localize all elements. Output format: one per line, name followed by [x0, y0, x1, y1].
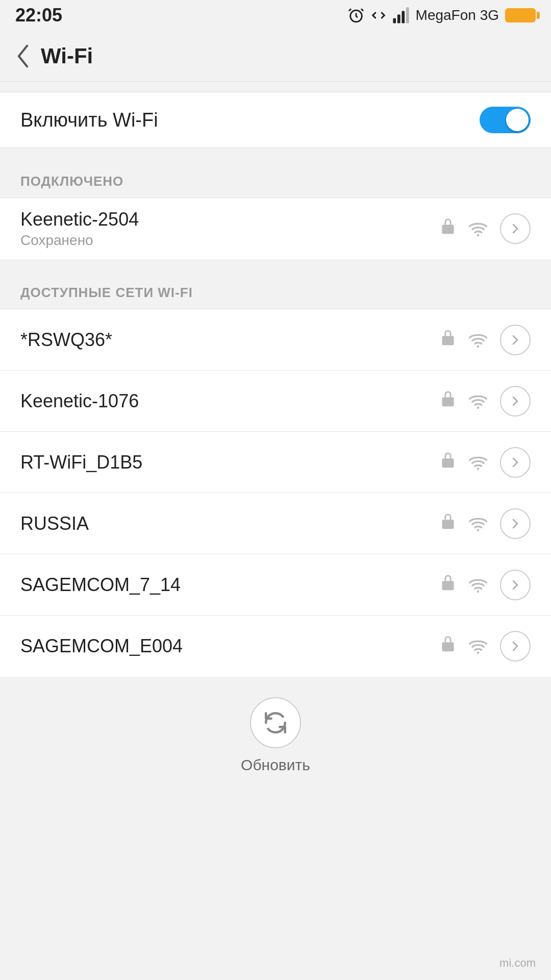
network-name: *RSWQ36* [20, 329, 112, 351]
lock-icon [440, 635, 456, 657]
signal-icon [392, 7, 410, 24]
svg-point-10 [477, 406, 480, 409]
network-name: Keenetic-1076 [20, 390, 139, 412]
network-item-sagemcom-7-14[interactable]: SAGEMCOM_7_14 [0, 554, 551, 616]
svg-rect-15 [442, 581, 454, 590]
network-actions [440, 570, 531, 600]
detail-button[interactable] [500, 325, 531, 355]
network-info: Keenetic-2504 Сохранено [20, 209, 139, 249]
watermark-text: mi.com [499, 957, 536, 970]
svg-rect-1 [393, 18, 396, 23]
detail-button[interactable] [500, 570, 531, 600]
detail-button[interactable] [500, 631, 531, 662]
network-name: SAGEMCOM_7_14 [20, 574, 181, 596]
lock-icon [440, 329, 456, 351]
svg-rect-9 [442, 397, 454, 406]
svg-rect-4 [406, 7, 409, 23]
svg-rect-11 [442, 458, 454, 468]
svg-rect-7 [442, 336, 454, 345]
wifi-signal-icon [468, 639, 488, 654]
wifi-signal-icon [468, 221, 488, 236]
connected-section-header: ПОДКЛЮЧЕНО [0, 158, 551, 198]
alarm-icon [347, 7, 365, 24]
page-title: Wi-Fi [41, 44, 93, 68]
network-item-rt-wifi-d1b5[interactable]: RT-WiFi_D1B5 [0, 432, 551, 493]
network-status: Сохранено [20, 232, 139, 249]
connected-networks-list: Keenetic-2504 Сохранено [0, 198, 551, 259]
network-info: RT-WiFi_D1B5 [20, 452, 142, 473]
network-actions [440, 325, 531, 355]
network-actions [440, 213, 531, 244]
network-actions [440, 386, 531, 416]
status-icons: MegaFon 3G [347, 7, 536, 24]
lock-icon [440, 451, 456, 474]
wifi-signal-icon [468, 394, 488, 409]
lock-icon [440, 512, 456, 535]
refresh-label: Обновить [241, 756, 310, 774]
detail-button[interactable] [500, 213, 531, 244]
network-info: RUSSIA [20, 513, 89, 534]
nav-bar: Wi-Fi [0, 31, 551, 82]
network-name: RT-WiFi_D1B5 [20, 452, 142, 473]
svg-point-14 [477, 529, 480, 531]
refresh-section: Обновить [0, 677, 551, 789]
svg-rect-13 [442, 520, 454, 529]
detail-button[interactable] [500, 508, 531, 539]
toggle-knob [506, 109, 529, 131]
wifi-toggle-row[interactable]: Включить Wi-Fi [0, 92, 551, 148]
network-info: SAGEMCOM_E004 [20, 635, 183, 657]
lock-icon [440, 574, 456, 596]
carrier-label: MegaFon 3G [416, 7, 499, 23]
svg-point-6 [477, 234, 480, 237]
network-item-rswq36[interactable]: *RSWQ36* [0, 309, 551, 371]
network-name: RUSSIA [20, 513, 89, 534]
wifi-signal-icon [468, 577, 488, 593]
lock-icon [440, 390, 456, 412]
lock-icon [440, 217, 456, 240]
wifi-signal-icon [468, 516, 488, 531]
status-time: 22:05 [15, 5, 62, 26]
refresh-button[interactable] [250, 697, 301, 748]
network-actions [440, 447, 531, 478]
section-divider-2 [0, 259, 551, 270]
svg-rect-5 [442, 225, 454, 234]
network-actions [440, 508, 531, 539]
section-divider-1 [0, 148, 551, 158]
network-info: *RSWQ36* [20, 329, 112, 351]
network-item-keenetic-2504[interactable]: Keenetic-2504 Сохранено [0, 198, 551, 259]
data-transfer-icon [371, 7, 386, 24]
svg-point-8 [477, 345, 480, 348]
wifi-signal-icon [468, 332, 488, 348]
detail-button[interactable] [500, 447, 531, 478]
available-networks-list: *RSWQ36* [0, 309, 551, 677]
battery-icon [505, 8, 536, 22]
wifi-toggle-switch[interactable] [480, 107, 531, 133]
back-button[interactable] [15, 44, 31, 68]
network-item-sagemcom-e004[interactable]: SAGEMCOM_E004 [0, 616, 551, 677]
network-actions [440, 631, 531, 662]
watermark: mi.com [499, 957, 536, 970]
network-name: SAGEMCOM_E004 [20, 635, 183, 657]
svg-rect-17 [442, 642, 454, 651]
network-info: SAGEMCOM_7_14 [20, 574, 181, 596]
wifi-toggle-label: Включить Wi-Fi [20, 109, 158, 131]
detail-button[interactable] [500, 386, 531, 416]
network-name: Keenetic-2504 [20, 209, 139, 230]
svg-point-18 [477, 652, 480, 654]
content: Включить Wi-Fi ПОДКЛЮЧЕНО Keenetic-2504 … [0, 92, 551, 789]
svg-rect-2 [397, 15, 400, 23]
network-item-russia[interactable]: RUSSIA [0, 493, 551, 554]
available-section-header: ДОСТУПНЫЕ СЕТИ WI-FI [0, 270, 551, 309]
svg-point-16 [477, 590, 480, 593]
wifi-signal-icon [468, 455, 488, 470]
svg-point-12 [477, 468, 480, 470]
network-item-keenetic-1076[interactable]: Keenetic-1076 [0, 371, 551, 432]
network-info: Keenetic-1076 [20, 390, 139, 412]
svg-rect-3 [402, 11, 405, 23]
status-bar: 22:05 MegaFon 3G [0, 0, 551, 31]
